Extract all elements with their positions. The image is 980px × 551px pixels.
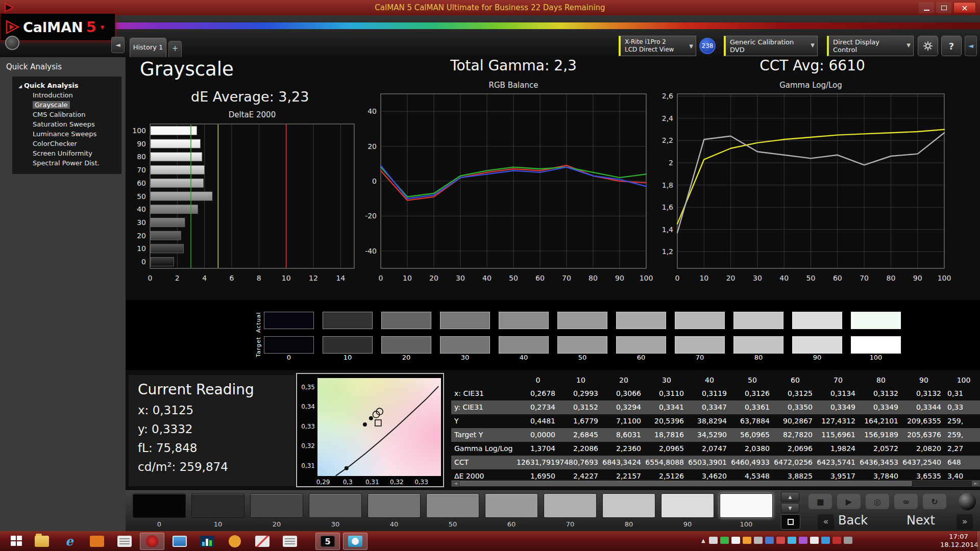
read-once-button[interactable]: ▶ <box>837 494 861 509</box>
actual-row-label: Actual <box>255 308 262 333</box>
tray-icon-2[interactable] <box>720 537 729 544</box>
svg-text:1,8: 1,8 <box>662 181 673 189</box>
taskbar-icon-notepad[interactable] <box>112 533 137 550</box>
sidebar-item-saturation-sweeps[interactable]: Saturation Sweeps <box>12 119 121 129</box>
refresh-button[interactable]: ↻ <box>923 494 946 509</box>
show-desktop-button[interactable] <box>976 531 980 551</box>
taskbar-icon-editor-app[interactable] <box>278 533 302 550</box>
taskbar-icon-chart-app[interactable] <box>195 533 219 550</box>
back-chevron-button[interactable]: « <box>818 514 834 530</box>
add-tab-button[interactable]: + <box>168 41 182 57</box>
tray-icon-1[interactable] <box>709 537 718 544</box>
level-button-10[interactable] <box>191 493 244 518</box>
measure-button[interactable]: ◎ <box>866 494 889 509</box>
taskbar-icon-dragon-app[interactable] <box>140 533 164 550</box>
pattern-window-button[interactable] <box>781 514 800 530</box>
read-continuous-button[interactable]: ∞ <box>894 494 918 509</box>
level-button-20[interactable] <box>250 493 303 518</box>
level-button-40[interactable] <box>368 493 421 518</box>
tray-expand-icon[interactable]: ▲ <box>701 538 705 543</box>
meter-badge[interactable]: 238 <box>699 38 716 54</box>
tray-icon-3[interactable] <box>731 537 740 544</box>
svg-text:2,2: 2,2 <box>662 136 673 144</box>
svg-text:12: 12 <box>309 274 318 282</box>
sidebar-item-luminance-sweeps[interactable]: Luminance Sweeps <box>12 129 121 139</box>
stop-button[interactable]: ■ <box>808 494 832 509</box>
tray-icon-10[interactable] <box>810 537 819 544</box>
tray-icon-13[interactable] <box>844 537 852 544</box>
tray-icon-12[interactable] <box>832 537 841 544</box>
level-label: 10 <box>191 520 244 528</box>
table-cell: 38,8294 <box>688 414 731 428</box>
levels-scroll-down-button[interactable]: ▼ <box>781 503 799 513</box>
back-button[interactable]: Back <box>838 513 868 528</box>
table-cell: 3,40 <box>945 469 980 480</box>
scrollbar-thumb[interactable] <box>460 481 912 486</box>
table-cell: 259, <box>945 428 980 442</box>
taskbar-icon-photo-viewer-app[interactable] <box>343 533 368 550</box>
level-button-50[interactable] <box>426 493 479 518</box>
level-button-70[interactable] <box>544 493 597 518</box>
close-button[interactable]: × <box>953 2 976 13</box>
chevron-down-icon: ▼ <box>906 42 911 48</box>
tray-icon-4[interactable] <box>743 537 751 544</box>
svg-text:40: 40 <box>368 107 377 115</box>
sidebar-item-spectral-power-dist-[interactable]: Spectral Power Dist. <box>12 158 121 168</box>
tray-icon-11[interactable] <box>821 537 830 544</box>
editor-app-icon <box>283 536 297 547</box>
tab-history-1[interactable]: History 1 <box>130 38 166 57</box>
level-button-80[interactable] <box>602 493 655 518</box>
level-button-60[interactable] <box>485 493 538 518</box>
tray-icon-6[interactable] <box>765 537 774 544</box>
tray-icon-7[interactable] <box>776 537 785 544</box>
taskbar-icon-internet-explorer[interactable]: e <box>57 533 82 550</box>
minimize-button[interactable] <box>919 2 934 13</box>
sidebar-item-grayscale[interactable]: Grayscale <box>12 100 121 110</box>
settings-button[interactable] <box>918 36 938 56</box>
meter-dropdown[interactable]: X-Rite i1Pro 2 LCD Direct View ▼ <box>619 36 696 56</box>
level-button-100[interactable] <box>720 493 773 518</box>
level-button-30[interactable] <box>309 493 362 518</box>
table-horizontal-scrollbar[interactable]: ◄ ► <box>451 480 980 487</box>
start-button[interactable] <box>4 533 29 549</box>
taskbar-icon-screen-share-app[interactable] <box>167 533 192 550</box>
taskbar-icon-file-explorer[interactable] <box>30 533 54 550</box>
sidebar-collapse-button[interactable]: ◄ <box>111 37 125 53</box>
scroll-right-icon[interactable]: ► <box>972 481 979 486</box>
levels-scroll-up-button[interactable]: ▲ <box>781 492 799 502</box>
aperture-button[interactable] <box>5 36 19 50</box>
scroll-left-icon[interactable]: ◄ <box>452 481 459 486</box>
sidebar-item-introduction[interactable]: Introduction <box>12 90 121 100</box>
svg-text:50: 50 <box>137 192 146 201</box>
tray-icon-9[interactable] <box>799 537 807 544</box>
next-button[interactable]: Next <box>906 513 935 528</box>
next-chevron-button[interactable]: » <box>957 514 973 530</box>
level-button-0[interactable] <box>133 493 186 518</box>
table-cell: 0,3126 <box>731 387 774 400</box>
tray-icon-5[interactable] <box>754 537 763 544</box>
svg-text:14: 14 <box>336 274 345 282</box>
panel-collapse-button[interactable]: ◄ <box>965 36 977 56</box>
taskbar-clock[interactable]: 17:07 18.12.2014 <box>940 533 977 549</box>
sidebar-item-cms-calibration[interactable]: CMS Calibration <box>12 110 121 119</box>
tray-icon-8[interactable] <box>788 537 796 544</box>
table-col-header: 90 <box>902 373 945 387</box>
display-control-dropdown[interactable]: Direct Display Control ▼ <box>827 36 914 56</box>
sidebar-item-screen-uniformity[interactable]: Screen Uniformity <box>12 148 121 158</box>
source-dropdown[interactable]: Generic Calibration DVD ▼ <box>724 36 818 56</box>
table-cell: 3,8825 <box>774 469 817 480</box>
grayscale-swatch-target-40 <box>499 336 549 354</box>
taskbar-icon-browser-app[interactable] <box>223 533 247 550</box>
calman-logo[interactable]: CalMAN 5 ▼ <box>0 13 115 41</box>
svg-text:30: 30 <box>456 274 465 282</box>
level-button-90[interactable] <box>661 493 714 518</box>
maximize-button[interactable] <box>936 2 951 13</box>
cct-average-heading: CCT Avg: 6610 <box>679 57 946 74</box>
sphere-button[interactable] <box>959 493 976 510</box>
taskbar-icon-calman-app[interactable]: 5 <box>315 533 340 550</box>
taskbar-icon-paint-app[interactable] <box>250 533 275 550</box>
sidebar-item-colorchecker[interactable]: ColorChecker <box>12 139 121 148</box>
help-button[interactable]: ? <box>941 36 962 56</box>
tree-root-quick-analysis[interactable]: ◢Quick Analysis <box>12 81 121 90</box>
taskbar-icon-orange-app[interactable] <box>85 533 109 550</box>
